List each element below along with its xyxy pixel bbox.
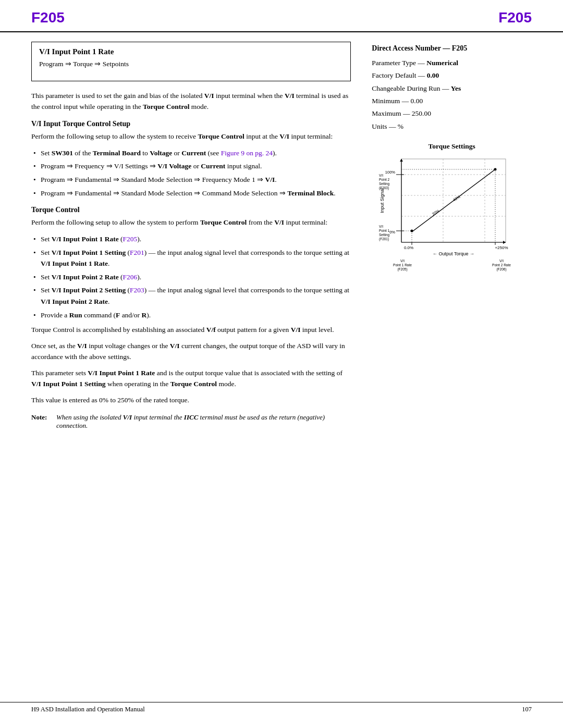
list-item: Set V/I Input Point 2 Setting (F203) — t…	[31, 285, 351, 307]
f203-link[interactable]: F203	[130, 286, 144, 294]
direct-access-label: Direct Access Number —	[372, 44, 450, 52]
footer-right: 107	[522, 706, 532, 713]
bullets2-list: Set V/I Input Point 1 Rate (F205). Set V…	[31, 233, 351, 320]
factory-default-row: Factory Default — 0.00	[372, 69, 532, 82]
list-item: Set SW301 of the Terminal Board to Volta…	[31, 147, 351, 159]
section-box: V/I Input Point 1 Rate Program ⇒ Torque …	[31, 42, 351, 81]
svg-text:0%: 0%	[389, 230, 395, 235]
footer-left: H9 ASD Installation and Operation Manual	[31, 706, 145, 713]
svg-text:Input Signal: Input Signal	[380, 188, 385, 213]
svg-text:(F201): (F201)	[379, 237, 389, 241]
minimum-row: Minimum — 0.00	[372, 95, 532, 107]
svg-text:V/I: V/I	[499, 259, 504, 263]
subsection1-title: V/I Input Torque Control Setup	[31, 120, 351, 128]
f206-link[interactable]: F206	[123, 273, 138, 281]
svg-text:Point 1: Point 1	[379, 229, 390, 232]
page-header: F205 F205	[0, 0, 563, 32]
para4: This value is entered as 0% to 250% of t…	[31, 395, 351, 406]
svg-text:100%: 100%	[385, 170, 395, 175]
intro-paragraph: This parameter is used to set the gain a…	[31, 91, 351, 113]
units-value: %	[398, 122, 403, 130]
subsection2-intro: Perform the following setup to allow the…	[31, 217, 351, 228]
units-label: Units —	[372, 122, 396, 130]
right-column: Direct Access Number — F205 Parameter Ty…	[366, 32, 532, 430]
f201-link[interactable]: F201	[130, 249, 144, 256]
maximum-label: Maximum —	[372, 109, 410, 117]
page-footer: H9 ASD Installation and Operation Manual…	[0, 702, 563, 713]
svg-text:V/I: V/I	[379, 174, 383, 177]
minimum-label: Minimum —	[372, 97, 409, 105]
list-item: Provide a Run command (F and/or R).	[31, 310, 351, 321]
svg-text:V/I: V/I	[400, 259, 405, 263]
minimum-value: 0.00	[411, 97, 423, 105]
svg-text:(F203): (F203)	[379, 186, 389, 190]
note-text: When using the isolated V/I input termin…	[56, 413, 351, 430]
header-title-left: F205	[31, 9, 65, 26]
changeable-value: Yes	[451, 84, 461, 92]
para3: This parameter sets V/I Input Point 1 Ra…	[31, 368, 351, 390]
svg-text:(F205): (F205)	[397, 267, 407, 272]
subsection2-title: Torque Control	[31, 206, 351, 214]
subsection1-intro: Perform the following setup to allow the…	[31, 131, 351, 142]
header-title-right: F205	[498, 9, 532, 26]
svg-text:V/I: V/I	[379, 225, 383, 228]
note-label: Note:	[31, 413, 51, 430]
svg-text:Point 2: Point 2	[379, 178, 390, 181]
list-item: Set V/I Input Point 1 Setting (F201) — t…	[31, 247, 351, 269]
param-type-label: Parameter Type —	[372, 59, 425, 67]
units-row: Units — %	[372, 120, 532, 133]
svg-text:Setting: Setting	[379, 182, 390, 186]
list-item: Set V/I Input Point 1 Rate (F205).	[31, 233, 351, 245]
chart-svg: ← Output Torque → 0.0% +250% Input Signa…	[376, 154, 528, 276]
chart-title: Torque Settings	[372, 142, 532, 151]
breadcrumb: Program ⇒ Torque ⇒ Setpoints	[39, 59, 343, 68]
list-item: Program ⇒ Fundamental ⇒ Standard Mode Se…	[31, 174, 351, 186]
left-column: V/I Input Point 1 Rate Program ⇒ Torque …	[31, 32, 351, 430]
svg-text:(F206): (F206)	[496, 267, 506, 272]
svg-text:Point 2 Rate: Point 2 Rate	[492, 263, 511, 267]
page: F205 F205 V/I Input Point 1 Rate Program…	[0, 0, 563, 728]
list-item: Program ⇒ Frequency ⇒ V/I Settings ⇒ V/I…	[31, 161, 351, 172]
figure9-link[interactable]: Figure 9 on pg. 24	[221, 149, 273, 157]
direct-access-value: F205	[452, 44, 468, 52]
svg-text:Point 1 Rate: Point 1 Rate	[393, 263, 412, 267]
svg-text:← Output Torque →: ← Output Torque →	[433, 251, 474, 256]
svg-point-40	[494, 168, 496, 170]
param-table: Direct Access Number — F205 Parameter Ty…	[372, 42, 532, 133]
changeable-row: Changeable During Run — Yes	[372, 82, 532, 95]
param-type-row: Parameter Type — Numerical	[372, 57, 532, 69]
direct-access-row: Direct Access Number — F205	[372, 42, 532, 55]
maximum-row: Maximum — 250.00	[372, 107, 532, 120]
svg-text:+250%: +250%	[495, 245, 508, 250]
torque-chart-svg: ← Output Torque → 0.0% +250% Input Signa…	[376, 154, 528, 274]
param-type-value: Numerical	[426, 59, 458, 67]
changeable-label: Changeable During Run —	[372, 84, 449, 92]
svg-text:0.0%: 0.0%	[404, 245, 413, 250]
bullets1-list: Set SW301 of the Terminal Board to Volta…	[31, 147, 351, 199]
factory-default-value: 0.00	[427, 71, 439, 79]
factory-default-label: Factory Default —	[372, 71, 425, 79]
f205-link[interactable]: F205	[123, 235, 138, 243]
chart-container: Torque Settings	[372, 142, 532, 276]
list-item: Set V/I Input Point 2 Rate (F206).	[31, 272, 351, 283]
main-content: V/I Input Point 1 Rate Program ⇒ Torque …	[0, 32, 563, 430]
para2: Once set, as the V/I input voltage chang…	[31, 341, 351, 363]
para1: Torque Control is accomplished by establ…	[31, 325, 351, 336]
list-item: Program ⇒ Fundamental ⇒ Standard Mode Se…	[31, 188, 351, 199]
section-title: V/I Input Point 1 Rate	[39, 47, 343, 56]
maximum-value: 250.00	[412, 109, 431, 117]
note-block: Note: When using the isolated V/I input …	[31, 413, 351, 430]
svg-text:Setting: Setting	[379, 233, 390, 237]
svg-point-39	[410, 229, 413, 232]
